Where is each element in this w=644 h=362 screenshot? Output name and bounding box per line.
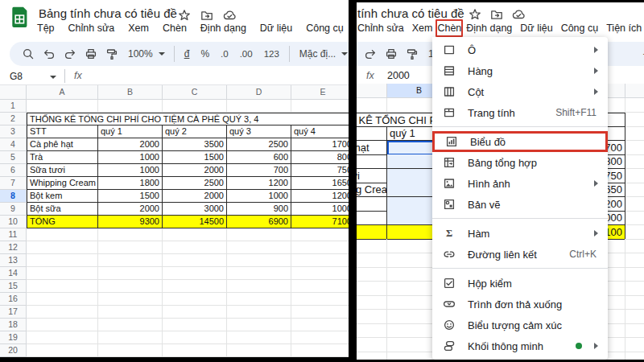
name-box[interactable]: G8: [10, 71, 23, 82]
menubar-item-chèn[interactable]: Chèn: [163, 21, 187, 35]
document-title-partial[interactable]: tính chưa có tiêu đề: [357, 6, 464, 20]
value-cell[interactable]: 3500: [163, 138, 227, 151]
empty-cell[interactable]: [227, 100, 291, 113]
empty-cell[interactable]: [98, 100, 163, 113]
empty-cell[interactable]: [227, 228, 291, 241]
empty-cell[interactable]: [291, 100, 349, 113]
value-cell[interactable]: 600: [227, 151, 291, 164]
empty-cell[interactable]: [227, 293, 291, 306]
column-header-A[interactable]: A: [27, 85, 98, 100]
menu-item-trang-tính[interactable]: Trang tínhShift+F11: [432, 102, 608, 123]
row-header-11[interactable]: 11: [0, 228, 27, 241]
empty-cell[interactable]: [291, 254, 349, 267]
empty-cell[interactable]: [291, 331, 349, 344]
menubar-item-dữ-liệu[interactable]: Dữ liệu: [260, 21, 292, 35]
empty-cell[interactable]: [163, 280, 227, 293]
column-header-f[interactable]: [625, 84, 644, 98]
column-header-D[interactable]: D: [227, 85, 291, 100]
empty-cell[interactable]: [227, 331, 291, 344]
value-cell[interactable]: 1700: [291, 138, 349, 151]
empty-cell[interactable]: [291, 344, 349, 357]
menu-item-trình-đơn-thả-xuống[interactable]: Trình đơn thả xuống: [432, 294, 608, 315]
header-cell[interactable]: quý 2: [163, 125, 227, 138]
menu-item-hàm[interactable]: ΣHàm: [432, 223, 608, 244]
column-header-A[interactable]: A: [357, 84, 387, 98]
total-label-cell[interactable]: TỔNG: [27, 216, 98, 228]
empty-cell[interactable]: [27, 306, 98, 319]
label-cell[interactable]: Cà phê hạt: [27, 138, 98, 151]
row-header-3[interactable]: 3: [0, 125, 27, 138]
empty-cell[interactable]: [357, 295, 387, 310]
empty-cell[interactable]: [163, 100, 227, 113]
empty-cell[interactable]: [98, 254, 163, 267]
empty-cell[interactable]: [98, 280, 163, 293]
value-cell[interactable]: 1650: [291, 177, 349, 190]
empty-cell[interactable]: [227, 280, 291, 293]
label-cell[interactable]: Whipping Cream: [357, 183, 387, 197]
menu-item-hình-ảnh[interactable]: Hình ảnh: [432, 173, 608, 194]
row-header-20[interactable]: 20: [0, 344, 27, 357]
undo-icon[interactable]: [39, 47, 60, 60]
font-size-decrease-button[interactable]: −: [637, 48, 644, 60]
empty-cell[interactable]: [227, 306, 291, 319]
row-header-17[interactable]: 17: [0, 306, 27, 319]
paint-roller-icon[interactable]: [402, 47, 423, 60]
label-cell[interactable]: Bột sữa: [357, 211, 387, 225]
sheet-title-cell[interactable]: THỐNG KÊ TỔNG CHI PHÍ CHO TIỆM CÀ PHÊ QU…: [27, 113, 349, 125]
empty-cell[interactable]: [27, 254, 98, 267]
formula-bar-value[interactable]: 2000: [387, 70, 410, 81]
redo-icon[interactable]: [60, 47, 80, 60]
menubar-item-định-dạng[interactable]: Định dạng: [466, 21, 512, 35]
move-folder-icon[interactable]: [490, 8, 503, 21]
empty-cell[interactable]: [291, 267, 349, 280]
decrease-decimals-button[interactable]: .0: [215, 49, 234, 59]
row-header-9[interactable]: 9: [0, 203, 27, 216]
menubar-item-chèn[interactable]: Chèn: [436, 19, 463, 37]
row-header-10[interactable]: 10: [0, 216, 27, 228]
value-cell[interactable]: 800: [291, 151, 349, 164]
label-cell[interactable]: Cà phê hạt: [357, 141, 387, 155]
menu-item-đường-liên-kết[interactable]: Đường liên kếtCtrl+K: [432, 244, 608, 265]
menubar-item-tiện-ích-mở-rộng[interactable]: Tiện ích mở rộng: [606, 21, 644, 35]
number-format-button[interactable]: 123: [258, 49, 285, 59]
empty-cell[interactable]: [625, 211, 644, 225]
value-cell[interactable]: 1000: [227, 190, 291, 203]
value-cell[interactable]: 2000: [98, 138, 163, 151]
menubar-item-dữ-liệu[interactable]: Dữ liệu: [520, 21, 552, 35]
empty-cell[interactable]: [98, 331, 163, 344]
menubar-item-xem[interactable]: Xem: [412, 21, 433, 35]
header-cell[interactable]: quý 4: [291, 125, 349, 138]
paint-roller-icon[interactable]: [101, 47, 122, 60]
empty-cell[interactable]: [625, 338, 644, 352]
row-header-7[interactable]: 7: [0, 177, 27, 190]
label-cell[interactable]: Sữa tươi: [357, 169, 387, 183]
row-header-2[interactable]: 2: [0, 113, 27, 125]
empty-cell[interactable]: [27, 100, 98, 113]
sheets-logo-icon[interactable]: [11, 5, 29, 29]
label-cell[interactable]: Trà: [357, 154, 387, 169]
value-cell[interactable]: 900: [227, 203, 291, 216]
empty-cell[interactable]: [625, 310, 644, 324]
value-cell[interactable]: 1000: [98, 151, 163, 164]
empty-cell[interactable]: [98, 241, 163, 254]
value-cell[interactable]: 3000: [163, 203, 227, 216]
header-cell[interactable]: STT: [27, 125, 98, 138]
value-cell[interactable]: 750: [291, 164, 349, 177]
empty-cell[interactable]: [227, 344, 291, 357]
increase-decimals-button[interactable]: .00: [234, 49, 258, 59]
menu-item-bản-vẽ[interactable]: Bản vẽ: [432, 194, 608, 215]
header-cell[interactable]: quý 1: [98, 125, 163, 138]
empty-cell[interactable]: [163, 254, 227, 267]
empty-cell[interactable]: [625, 323, 644, 338]
empty-cell[interactable]: [227, 241, 291, 254]
empty-cell[interactable]: [163, 319, 227, 331]
label-cell[interactable]: Bột kem: [27, 190, 98, 203]
menu-item-hàng[interactable]: Hàng: [432, 60, 608, 81]
empty-cell[interactable]: [27, 267, 98, 280]
empty-cell[interactable]: [98, 228, 163, 241]
document-title[interactable]: Bảng tính chưa có tiêu đề: [39, 6, 177, 20]
empty-cell[interactable]: [163, 344, 227, 357]
empty-cell[interactable]: [163, 241, 227, 254]
row-header-13[interactable]: 13: [0, 254, 27, 267]
empty-cell[interactable]: [625, 98, 644, 113]
